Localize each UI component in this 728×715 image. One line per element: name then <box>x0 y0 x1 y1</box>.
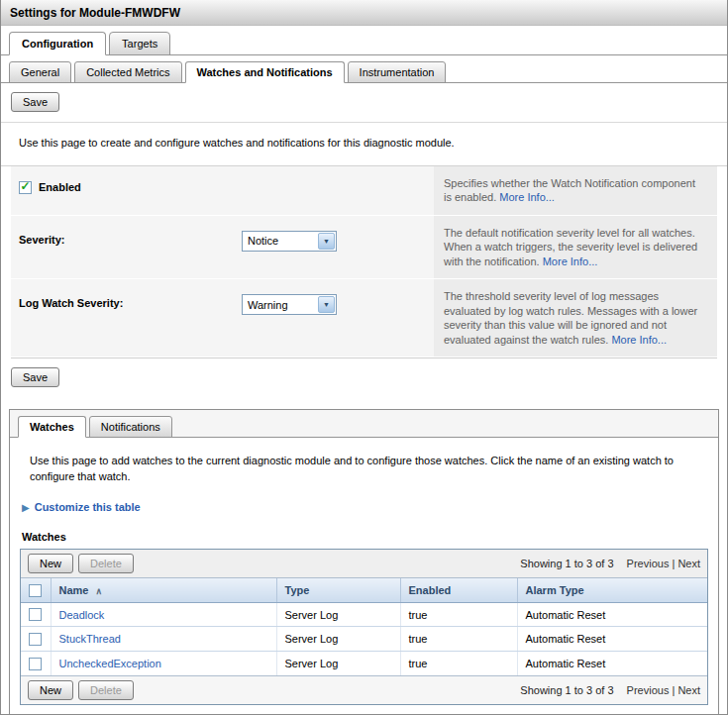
tab-general-label: General <box>21 66 59 78</box>
row-checkbox[interactable] <box>29 608 42 621</box>
watch-alarm-type: Automatic Reset <box>526 609 606 621</box>
tab-watches-and-notifications[interactable]: Watches and Notifications <box>185 61 345 83</box>
new-button-top[interactable]: New <box>28 554 73 573</box>
paging-previous-link[interactable]: Previous <box>627 558 670 569</box>
paging-separator: | <box>672 684 675 696</box>
customize-expand-icon[interactable]: ▶ <box>22 502 30 513</box>
severity-more-info-link[interactable]: More Info... <box>543 255 598 267</box>
table-row: UncheckedException Server Log true Autom… <box>21 652 707 675</box>
watch-type: Server Log <box>285 633 339 645</box>
tab-general[interactable]: General <box>9 61 71 83</box>
tab-instrumentation-label: Instrumentation <box>360 66 435 78</box>
new-button-bottom[interactable]: New <box>28 680 73 700</box>
save-button-top[interactable]: Save <box>11 92 59 112</box>
sort-ascending-icon[interactable]: ∧ <box>96 586 103 596</box>
paging-top: Showing 1 to 3 of 3 Previous | Next <box>520 558 700 569</box>
save-button-bottom[interactable]: Save <box>11 367 59 387</box>
severity-select-value: Notice <box>248 235 278 247</box>
table-header-row: Name ∧ Type Enabled Alarm Type <box>21 578 707 602</box>
watches-table: Name ∧ Type Enabled Alarm Type Deadlock … <box>21 578 707 674</box>
primary-tab-bar: Configuration Targets <box>1 26 727 55</box>
paging-separator: | <box>672 558 675 569</box>
tab-targets[interactable]: Targets <box>109 32 170 55</box>
watch-panel-tab-bar: Watches Notifications <box>10 410 718 438</box>
tab-collected-metrics[interactable]: Collected Metrics <box>74 61 181 83</box>
dropdown-arrow-icon: ▼ <box>318 233 335 250</box>
settings-page: Settings for Module-FMWDFW Configuration… <box>0 0 728 715</box>
tab-notifications[interactable]: Notifications <box>89 416 172 438</box>
severity-select[interactable]: Notice ▼ <box>242 231 337 252</box>
watch-type: Server Log <box>285 658 339 669</box>
log-watch-severity-label: Log Watch Severity: <box>19 294 242 309</box>
tab-instrumentation[interactable]: Instrumentation <box>348 61 447 83</box>
watches-table-title: Watches <box>22 531 718 543</box>
log-watch-severity-help: The threshold severity level of log mess… <box>434 279 717 357</box>
row-checkbox[interactable] <box>29 658 42 670</box>
form-row-log-watch-severity: Log Watch Severity: Warning ▼ The thresh… <box>11 279 717 358</box>
enabled-more-info-link[interactable]: More Info... <box>499 191 555 203</box>
tab-watches-label: Watches <box>30 421 74 433</box>
paging-next-link[interactable]: Next <box>677 558 700 569</box>
column-header-type[interactable]: Type <box>285 584 310 596</box>
enabled-help-text: Specifies whether the Watch Notification… <box>444 177 695 204</box>
watches-description: Use this page to add watches to the curr… <box>10 438 703 484</box>
table-row: StuckThread Server Log true Automatic Re… <box>21 627 707 652</box>
customize-this-table-link[interactable]: Customize this table <box>35 501 141 513</box>
watch-alarm-type: Automatic Reset <box>526 633 606 645</box>
watch-enabled: true <box>409 609 428 621</box>
paging-showing-text: Showing 1 to 3 of 3 <box>520 558 613 569</box>
row-checkbox[interactable] <box>29 633 42 646</box>
severity-help: The default notification severity level … <box>434 216 717 279</box>
watch-name-link[interactable]: Deadlock <box>59 609 105 621</box>
enabled-label: Enabled <box>39 181 81 193</box>
column-header-enabled[interactable]: Enabled <box>409 584 452 596</box>
tab-configuration[interactable]: Configuration <box>9 32 106 55</box>
watch-name-link[interactable]: StuckThread <box>59 633 121 645</box>
form-row-enabled: ✓ Enabled Specifies whether the Watch No… <box>11 166 717 216</box>
enabled-checkbox[interactable]: ✓ <box>19 181 32 194</box>
severity-label: Severity: <box>19 231 242 246</box>
watches-table-container: New Delete Showing 1 to 3 of 3 Previous … <box>20 549 708 704</box>
checkbox-check-icon: ✓ <box>20 180 30 192</box>
table-row: Deadlock Server Log true Automatic Reset <box>21 602 707 627</box>
log-watch-severity-select[interactable]: Warning ▼ <box>242 294 337 315</box>
dropdown-arrow-icon: ▼ <box>318 296 335 313</box>
log-watch-severity-select-value: Warning <box>248 299 288 311</box>
tab-configuration-label: Configuration <box>22 38 93 50</box>
watch-type: Server Log <box>285 609 339 621</box>
watch-enabled: true <box>409 658 428 669</box>
paging-next-link[interactable]: Next <box>677 684 700 696</box>
delete-button-top[interactable]: Delete <box>78 554 134 573</box>
watches-table-toolbar-top: New Delete Showing 1 to 3 of 3 Previous … <box>21 550 707 578</box>
tab-collected-metrics-label: Collected Metrics <box>86 66 169 78</box>
delete-button-bottom[interactable]: Delete <box>78 680 134 700</box>
tab-notifications-label: Notifications <box>101 421 160 433</box>
tab-watches[interactable]: Watches <box>18 416 86 438</box>
customize-table-row: ▶ Customize this table <box>22 501 718 513</box>
select-all-checkbox[interactable] <box>29 584 42 597</box>
paging-previous-link[interactable]: Previous <box>627 684 670 696</box>
watches-panel: Watches Notifications Use this page to a… <box>9 409 719 715</box>
watch-enabled: true <box>409 633 428 645</box>
paging-showing-text: Showing 1 to 3 of 3 <box>520 684 613 696</box>
tab-watches-and-notifications-label: Watches and Notifications <box>197 66 333 78</box>
paging-bottom: Showing 1 to 3 of 3 Previous | Next <box>520 684 700 696</box>
intro-text: Use this page to create and configure wa… <box>19 137 455 149</box>
tab-targets-label: Targets <box>122 38 157 50</box>
page-title-bar: Settings for Module-FMWDFW <box>1 0 727 26</box>
column-header-alarm-type[interactable]: Alarm Type <box>526 584 584 596</box>
enabled-help: Specifies whether the Watch Notification… <box>434 166 717 215</box>
secondary-tab-bar: General Collected Metrics Watches and No… <box>1 55 727 83</box>
page-title: Settings for Module-FMWDFW <box>10 6 180 20</box>
watches-table-toolbar-bottom: New Delete Showing 1 to 3 of 3 Previous … <box>21 675 707 704</box>
settings-form: ✓ Enabled Specifies whether the Watch No… <box>11 166 717 359</box>
watch-name-link[interactable]: UncheckedException <box>59 658 161 669</box>
form-row-severity: Severity: Notice ▼ The default notificat… <box>11 216 717 280</box>
column-header-name[interactable]: Name <box>59 584 89 596</box>
log-watch-severity-more-info-link[interactable]: More Info... <box>611 334 667 346</box>
watch-alarm-type: Automatic Reset <box>526 658 606 669</box>
